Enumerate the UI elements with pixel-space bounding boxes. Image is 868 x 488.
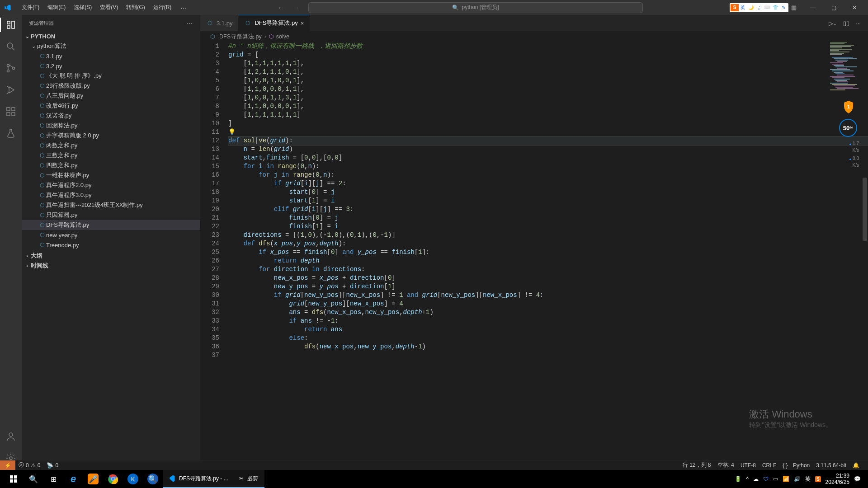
chrome-icon[interactable]: [103, 470, 123, 488]
close-button[interactable]: ✕: [844, 1, 864, 14]
file-row[interactable]: ⬡只因算器.py: [22, 210, 200, 220]
scm-icon[interactable]: [5, 62, 17, 75]
taskbar-app-title: DFS寻路算法.py - ...: [179, 475, 228, 483]
taskbar-clock[interactable]: 21:392024/6/25: [826, 473, 849, 485]
split-editor-icon[interactable]: ▯▯: [843, 20, 849, 27]
timeline-section[interactable]: › 时间线: [22, 261, 200, 271]
menu-item[interactable]: 选择(S): [70, 2, 95, 13]
file-row[interactable]: ⬡Treenode.py: [22, 240, 200, 250]
svg-point-9: [9, 457, 12, 460]
extensions-icon[interactable]: [5, 105, 17, 118]
maximize-button[interactable]: ▢: [824, 1, 844, 14]
nav-back-icon[interactable]: ←: [278, 4, 284, 11]
tab-active[interactable]: ⬡ DFS寻路算法.py ×: [238, 15, 310, 31]
ie-icon[interactable]: e: [63, 470, 83, 488]
menu-overflow-icon[interactable]: ···: [177, 3, 191, 13]
editor-body[interactable]: 1234567891011121314151617181920212223242…: [200, 42, 868, 470]
svg-rect-4: [7, 108, 10, 111]
tab-more-icon[interactable]: ···: [856, 20, 861, 27]
shield-badge-icon[interactable]: 1: [843, 101, 854, 113]
file-row[interactable]: ⬡真牛逼程序3.0.py: [22, 190, 200, 200]
cursor-position[interactable]: 行 12，列 8: [679, 461, 714, 469]
vscode-taskbar[interactable]: DFS寻路算法.py - ...: [163, 470, 233, 488]
close-icon[interactable]: ×: [301, 20, 304, 27]
battery-icon[interactable]: 🔋: [735, 476, 741, 482]
menu-item[interactable]: 编辑(E): [44, 2, 69, 13]
account-icon[interactable]: [5, 430, 17, 443]
file-row[interactable]: ⬡一维柏林噪声.py: [22, 170, 200, 180]
file-row[interactable]: ⬡三数之和.py: [22, 150, 200, 160]
outline-section[interactable]: › 大纲: [22, 251, 200, 261]
python-file-icon: ⬡: [206, 20, 214, 26]
explorer-icon[interactable]: [5, 19, 17, 31]
testing-icon[interactable]: [5, 127, 17, 140]
nav-forward-icon[interactable]: →: [293, 4, 299, 11]
tab-inactive[interactable]: ⬡ 3.1.py: [200, 15, 238, 31]
code-content[interactable]: #n * n矩阵，保证有唯一路线 ，返回路径步数grid = [ [1,1,1,…: [228, 42, 868, 470]
file-row[interactable]: ⬡汉诺塔.py: [22, 111, 200, 121]
menu-item[interactable]: 转到(G): [123, 2, 148, 13]
tray-chevron-up-icon[interactable]: ^: [746, 476, 749, 482]
vertical-scrollbar[interactable]: [862, 42, 868, 470]
file-row[interactable]: ⬡真牛逼扫雷---2021级4班王XX制作.py: [22, 200, 200, 210]
remote-indicator[interactable]: ⚡: [0, 460, 15, 470]
ports-indicator[interactable]: 📡 0: [43, 462, 61, 469]
problems-indicator[interactable]: ⓧ 0 ⚠ 0: [15, 461, 43, 469]
search-text: python [管理员]: [462, 4, 499, 11]
sogou-tray-icon[interactable]: S: [815, 476, 821, 482]
wifi-icon[interactable]: 📶: [783, 476, 789, 482]
file-row[interactable]: ⬡改后46行.py: [22, 101, 200, 111]
python-version[interactable]: 3.11.5 64-bit: [813, 462, 849, 469]
file-row[interactable]: ⬡3.2.py: [22, 61, 200, 71]
security-icon[interactable]: 🛡: [763, 476, 769, 482]
file-row[interactable]: ⬡井字棋精简版 2.0.py: [22, 131, 200, 141]
notification-center-icon[interactable]: 💬: [854, 476, 861, 482]
bluetooth-icon[interactable]: ▭: [773, 476, 778, 482]
command-center-search[interactable]: 🔍 python [管理员]: [308, 2, 643, 13]
folder-row[interactable]: ⌄ python算法: [22, 41, 200, 51]
volume-icon[interactable]: 🔊: [794, 476, 801, 482]
app-icon-magnifier[interactable]: 🔍: [143, 470, 163, 488]
breadcrumb[interactable]: ⬡ DFS寻路算法.py › ⬡ solve: [200, 31, 868, 42]
language-mode[interactable]: { } Python: [779, 462, 813, 469]
encoding[interactable]: UTF-8: [737, 462, 759, 469]
app-icon-blue[interactable]: K: [123, 470, 143, 488]
ime-panel[interactable]: S 英 🌙 ,; ⌨ 👕 ✎: [730, 3, 788, 12]
bijian-taskbar[interactable]: ✂必剪: [233, 470, 264, 488]
minimize-button[interactable]: —: [803, 1, 823, 14]
debug-icon[interactable]: [5, 84, 17, 96]
onedrive-icon[interactable]: ☁: [753, 476, 759, 482]
menu-item[interactable]: 查看(V): [96, 2, 122, 13]
svg-rect-7: [12, 108, 15, 111]
python-file-icon: ⬡: [38, 113, 46, 119]
run-icon[interactable]: ▷⌄: [829, 20, 837, 27]
search-activity-icon[interactable]: [5, 40, 17, 53]
workspace-root[interactable]: ⌄ PYTHON: [22, 31, 200, 41]
menu-item[interactable]: 文件(F): [18, 2, 43, 13]
vscode-logo-icon: [4, 4, 12, 12]
start-button[interactable]: [4, 470, 24, 488]
file-row[interactable]: ⬡new year.py: [22, 230, 200, 240]
file-row[interactable]: ⬡回溯算法.py: [22, 121, 200, 131]
sidebar-more-icon[interactable]: ···: [186, 19, 193, 27]
notifications-icon[interactable]: 🔔: [849, 462, 863, 469]
file-row[interactable]: ⬡两数之和.py: [22, 141, 200, 150]
task-view-icon[interactable]: ⊞: [43, 470, 63, 488]
eol[interactable]: CRLF: [759, 462, 779, 469]
file-row[interactable]: ⬡八王后问题.py: [22, 91, 200, 101]
file-row[interactable]: ⬡3.1.py: [22, 51, 200, 61]
svg-rect-6: [12, 113, 15, 116]
app-icon-orange[interactable]: 🎤: [83, 470, 103, 488]
system-tray[interactable]: 🔋 ^ ☁ 🛡 ▭ 📶 🔊 英 S 21:392024/6/25 💬: [735, 473, 864, 485]
layout-toggle-icon[interactable]: ▥: [791, 4, 797, 11]
file-row[interactable]: ⬡29行极限改版.py: [22, 81, 200, 91]
file-row[interactable]: ⬡四数之和.py: [22, 160, 200, 170]
file-row[interactable]: ⬡真牛逼程序2.0.py: [22, 180, 200, 190]
file-row[interactable]: ⬡《大 聪 明 排 序》.py: [22, 71, 200, 81]
speed-gauge[interactable]: 50%: [839, 119, 857, 137]
ime-indicator[interactable]: 英: [805, 475, 811, 483]
file-row[interactable]: ⬡DFS寻路算法.py: [22, 220, 200, 230]
taskbar-search-icon[interactable]: 🔍: [24, 470, 43, 488]
menu-item[interactable]: 运行(R): [150, 2, 175, 13]
indentation[interactable]: 空格: 4: [714, 461, 737, 469]
